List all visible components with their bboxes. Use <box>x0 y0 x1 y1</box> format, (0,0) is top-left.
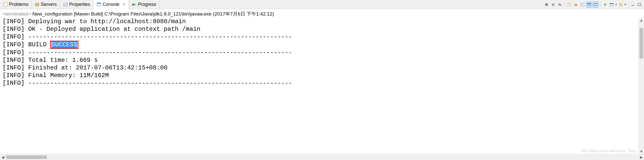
terminate-button[interactable] <box>543 2 550 8</box>
show-on-stderr-button[interactable] <box>593 2 599 8</box>
tab-problems[interactable]: ! Problems <box>0 0 32 9</box>
svg-rect-2 <box>35 3 39 4</box>
open-console-button[interactable] <box>618 2 624 8</box>
svg-rect-30 <box>620 3 623 5</box>
dropdown-icon[interactable]: ▼ <box>615 3 617 6</box>
scroll-left-icon[interactable]: ◀ <box>0 155 6 159</box>
remove-all-terminated-button[interactable] <box>557 2 563 8</box>
tab-label: Console <box>103 2 119 7</box>
tab-label: Properties <box>69 2 90 7</box>
progress-icon <box>132 2 136 7</box>
svg-rect-22 <box>581 3 584 6</box>
svg-rect-26 <box>594 3 597 4</box>
horizontal-scrollbar[interactable]: ◀ ▶ <box>0 154 644 160</box>
svg-rect-24 <box>588 3 591 4</box>
terminated-label: <terminated> <box>3 11 31 17</box>
svg-rect-8 <box>97 3 101 4</box>
scroll-down-icon[interactable]: ▼ <box>639 149 644 153</box>
remove-launch-button[interactable] <box>550 2 556 8</box>
svg-rect-31 <box>632 5 634 6</box>
svg-rect-21 <box>575 4 577 6</box>
tab-label: Progress <box>138 2 156 7</box>
tab-servers[interactable]: Servers <box>32 0 60 9</box>
scrollbar-thumb[interactable] <box>639 28 643 59</box>
vertical-scrollbar[interactable]: ▲ ▼ <box>638 18 644 154</box>
problems-icon: ! <box>3 2 8 7</box>
scrollbar-thumb[interactable] <box>6 155 47 159</box>
scrollbar-track[interactable] <box>6 155 638 159</box>
toolbar-separator <box>600 2 600 7</box>
view-tabs-bar: ! Problems Servers Properties Console ✕ … <box>0 0 644 9</box>
properties-icon <box>63 2 68 7</box>
svg-text:!: ! <box>4 3 5 6</box>
close-icon[interactable]: ✕ <box>122 2 125 6</box>
svg-rect-10 <box>132 4 134 5</box>
watermark-text: http://blog.csdn.net/Vision_Tung <box>582 149 636 153</box>
maximize-view-button[interactable] <box>636 2 642 8</box>
toolbar-separator <box>628 2 628 7</box>
console-icon <box>96 2 101 7</box>
tab-bar-spacer <box>160 0 542 9</box>
show-on-stdout-button[interactable] <box>586 2 592 8</box>
tab-properties[interactable]: Properties <box>60 0 93 9</box>
svg-rect-32 <box>638 3 641 6</box>
tab-console[interactable]: Console ✕ <box>93 0 129 9</box>
console-toolbar: ▼ ▼ <box>542 0 644 9</box>
clear-console-button[interactable] <box>566 2 572 8</box>
process-description: New_configuration [Maven Build] C:\Progr… <box>31 11 274 17</box>
console-process-header: <terminated> New_configuration [Maven Bu… <box>0 9 644 18</box>
scroll-lock-button[interactable] <box>573 2 579 8</box>
svg-rect-28 <box>610 3 613 4</box>
svg-rect-3 <box>35 5 39 6</box>
scroll-up-icon[interactable]: ▲ <box>639 18 644 22</box>
tab-progress[interactable]: Progress <box>129 0 160 9</box>
dropdown-icon[interactable]: ▼ <box>624 3 626 6</box>
tab-label: Servers <box>41 2 57 7</box>
word-wrap-button[interactable] <box>579 2 585 8</box>
pin-console-button[interactable] <box>602 2 608 8</box>
console-output[interactable]: [INFO] Deploying war to http://localhost… <box>0 18 644 154</box>
svg-rect-11 <box>545 3 548 6</box>
display-selected-console-button[interactable] <box>609 2 615 8</box>
scroll-right-icon[interactable]: ▶ <box>638 155 644 159</box>
toolbar-separator <box>564 2 565 7</box>
servers-icon <box>35 2 39 7</box>
svg-rect-4 <box>64 3 67 6</box>
minimize-view-button[interactable] <box>630 2 636 8</box>
tab-label: Problems <box>9 2 28 7</box>
